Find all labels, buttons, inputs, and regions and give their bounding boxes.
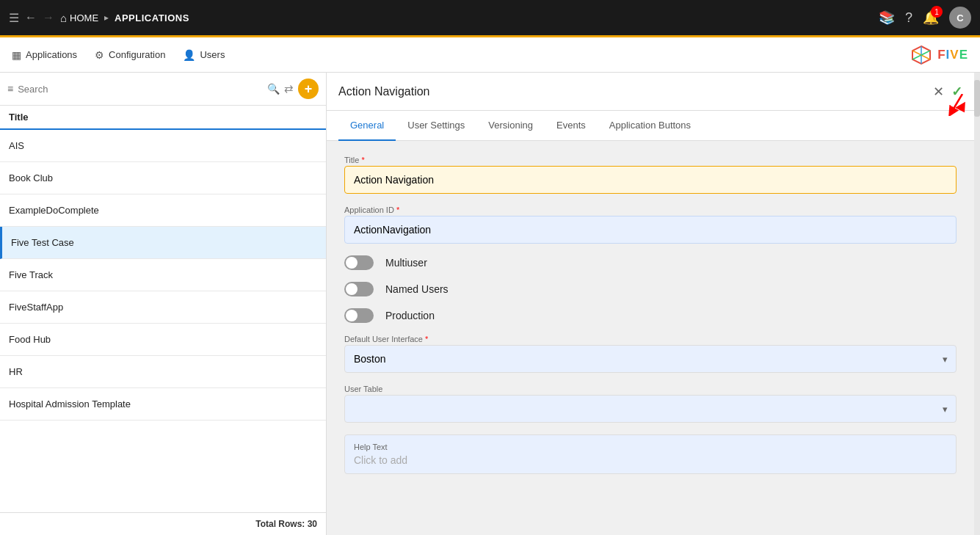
app-id-input[interactable] bbox=[344, 216, 957, 244]
app-id-field-group: Application ID * bbox=[344, 205, 957, 244]
forward-button[interactable]: → bbox=[43, 11, 54, 24]
app-id-label: Application ID * bbox=[344, 205, 957, 214]
main-content: ≡ 🔍 ⇄ + Title AIS Book Club ExampleDoCom… bbox=[0, 73, 980, 535]
tab-application-buttons[interactable]: Application Buttons bbox=[598, 111, 703, 141]
default-ui-label: Default User Interface * bbox=[344, 335, 957, 343]
multiuser-toggle[interactable] bbox=[344, 255, 374, 270]
panel-scrollbar[interactable] bbox=[974, 73, 980, 535]
help-text-value: Click to add bbox=[354, 454, 947, 466]
transfer-icon[interactable]: ⇄ bbox=[284, 82, 294, 95]
top-bar: ☰ ← → ⌂ HOME ▸ APPLICATIONS 📚 ? 🔔 1 C bbox=[0, 0, 980, 35]
menu-icon[interactable]: ☰ bbox=[9, 11, 19, 25]
configuration-icon: ⚙ bbox=[95, 49, 104, 61]
five-logo-text: FIVE bbox=[937, 48, 968, 62]
search-input[interactable] bbox=[18, 84, 263, 95]
named-users-label: Named Users bbox=[385, 283, 449, 295]
panel-actions: ✕ ✓ bbox=[933, 84, 962, 100]
named-users-toggle-row: Named Users bbox=[344, 282, 957, 296]
list-item[interactable]: Book Club bbox=[0, 162, 326, 194]
nav-users[interactable]: 👤 Users bbox=[183, 49, 225, 61]
panel-tabs: General User Settings Versioning Events … bbox=[327, 111, 974, 141]
panel-scrollbar-thumb bbox=[974, 80, 980, 117]
right-panel-wrapper: Action Navigation ✕ ✓ bbox=[327, 73, 980, 535]
title-input[interactable] bbox=[344, 166, 957, 194]
title-field-group: Title * bbox=[344, 156, 957, 194]
named-users-toggle[interactable] bbox=[344, 282, 374, 296]
list-item[interactable]: Five Track bbox=[0, 259, 326, 291]
user-table-label: User Table bbox=[344, 385, 957, 393]
nav-applications-label: Applications bbox=[26, 49, 77, 60]
multiuser-toggle-row: Multiuser bbox=[344, 255, 957, 270]
user-table-field-group: User Table bbox=[344, 385, 957, 423]
list-item[interactable]: AIS bbox=[0, 130, 326, 162]
filter-icon: ≡ bbox=[7, 83, 13, 95]
nav-configuration[interactable]: ⚙ Configuration bbox=[95, 49, 165, 61]
title-label: Title * bbox=[344, 156, 957, 164]
sidebar-footer: Total Rows: 30 bbox=[0, 512, 326, 535]
home-nav[interactable]: ⌂ HOME bbox=[60, 12, 98, 24]
sidebar-search-bar: ≡ 🔍 ⇄ + bbox=[0, 73, 326, 106]
help-text-area[interactable]: Help Text Click to add bbox=[344, 434, 957, 474]
user-table-select[interactable] bbox=[344, 395, 957, 423]
five-logo: FIVE bbox=[911, 45, 968, 65]
secondary-nav: ▦ Applications ⚙ Configuration 👤 Users F… bbox=[0, 37, 980, 73]
nav-configuration-label: Configuration bbox=[109, 49, 165, 60]
home-label: HOME bbox=[70, 12, 98, 23]
sidebar: ≡ 🔍 ⇄ + Title AIS Book Club ExampleDoCom… bbox=[0, 73, 327, 535]
right-panel: Action Navigation ✕ ✓ bbox=[327, 73, 974, 535]
breadcrumb-chevron: ▸ bbox=[104, 12, 109, 23]
tab-user-settings[interactable]: User Settings bbox=[396, 111, 476, 141]
save-button[interactable]: ✓ bbox=[951, 84, 962, 100]
nav-users-label: Users bbox=[200, 49, 225, 60]
help-text-label: Help Text bbox=[354, 443, 947, 451]
panel-header: Action Navigation ✕ ✓ bbox=[327, 73, 974, 111]
applications-icon: ▦ bbox=[12, 49, 21, 61]
five-logo-icon bbox=[911, 45, 932, 65]
back-button[interactable]: ← bbox=[25, 11, 37, 24]
sidebar-column-header: Title bbox=[0, 106, 326, 130]
multiuser-label: Multiuser bbox=[385, 257, 427, 269]
list-item[interactable]: Food Hub bbox=[0, 324, 326, 356]
home-icon: ⌂ bbox=[60, 12, 67, 24]
tab-general[interactable]: General bbox=[338, 111, 396, 141]
avatar[interactable]: C bbox=[949, 7, 971, 29]
production-toggle[interactable] bbox=[344, 308, 374, 323]
notification-icon[interactable]: 🔔 1 bbox=[923, 10, 939, 26]
help-text-field-group: Help Text Click to add bbox=[344, 434, 957, 474]
default-ui-field-group: Default User Interface * Boston bbox=[344, 335, 957, 373]
sidebar-list: AIS Book Club ExampleDoComplete Five Tes… bbox=[0, 130, 326, 512]
list-item[interactable]: FiveStaffApp bbox=[0, 291, 326, 324]
notification-badge: 1 bbox=[931, 6, 943, 18]
add-button[interactable]: + bbox=[298, 79, 319, 99]
list-item-selected[interactable]: Five Test Case bbox=[0, 227, 326, 259]
save-arrow-indicator: ✓ bbox=[951, 84, 962, 100]
books-icon[interactable]: 📚 bbox=[879, 10, 895, 26]
tab-versioning[interactable]: Versioning bbox=[476, 111, 545, 141]
list-item[interactable]: Hospital Admission Template bbox=[0, 388, 326, 421]
form-area: Title * Application ID * bbox=[327, 141, 974, 535]
default-ui-select-wrapper: Boston bbox=[344, 345, 957, 373]
nav-applications[interactable]: ▦ Applications bbox=[12, 49, 77, 61]
list-item[interactable]: ExampleDoComplete bbox=[0, 194, 326, 227]
panel-title: Action Navigation bbox=[338, 85, 430, 98]
user-table-select-wrapper bbox=[344, 395, 957, 423]
production-label: Production bbox=[385, 310, 435, 321]
close-button[interactable]: ✕ bbox=[933, 84, 944, 100]
users-icon: 👤 bbox=[183, 49, 195, 61]
list-item[interactable]: HR bbox=[0, 356, 326, 388]
search-icon: 🔍 bbox=[267, 83, 280, 95]
production-toggle-row: Production bbox=[344, 308, 957, 323]
help-icon[interactable]: ? bbox=[905, 10, 912, 26]
tab-events[interactable]: Events bbox=[545, 111, 598, 141]
applications-breadcrumb: APPLICATIONS bbox=[115, 12, 189, 23]
default-ui-select[interactable]: Boston bbox=[344, 345, 957, 373]
